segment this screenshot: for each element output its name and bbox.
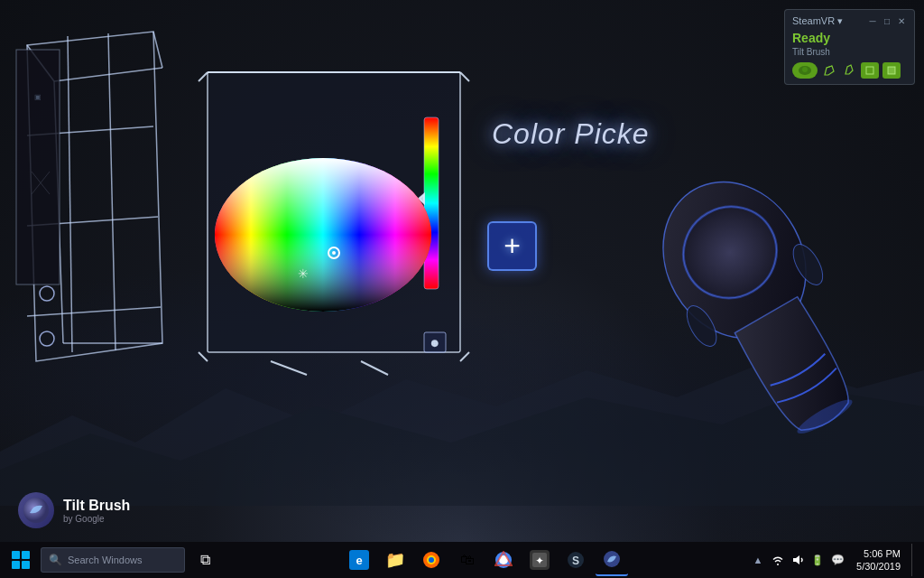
- tray-network-icon[interactable]: [770, 552, 786, 568]
- taskbar-clock[interactable]: 5:06 PM 5/30/2019: [849, 547, 908, 573]
- tilt-brush-logo: Tilt Brush by Google: [18, 492, 130, 528]
- svg-text:✦: ✦: [535, 555, 544, 567]
- taskbar: 🔍 Search Windows ⧉ e 📁 🛍: [0, 542, 924, 578]
- tray-battery-icon[interactable]: 🔋: [809, 552, 826, 568]
- steamvr-device-icons: [792, 62, 907, 79]
- steamvr-pencil2-icon[interactable]: [841, 62, 857, 79]
- tray-volume-icon[interactable]: [790, 552, 806, 568]
- taskbar-app-store[interactable]: 🛍: [451, 544, 484, 576]
- steamvr-minimize-button[interactable]: ─: [867, 16, 878, 27]
- steamvr-window-controls: ─ □ ✕: [867, 16, 907, 27]
- tilt-brush-by: by Google: [63, 514, 130, 524]
- svg-line-16: [271, 361, 307, 375]
- tray-icon-1[interactable]: ▲: [750, 552, 766, 568]
- app6-icon: ✦: [530, 550, 550, 570]
- steamvr-close-button[interactable]: ✕: [896, 16, 907, 27]
- svg-text:✳: ✳: [298, 266, 309, 281]
- svg-line-17: [361, 361, 388, 375]
- tiltbrush-taskbar-icon: [602, 549, 622, 569]
- tilt-brush-name: Tilt Brush: [63, 498, 130, 514]
- steamvr-square1-button[interactable]: [861, 62, 879, 79]
- steamvr-controller-icon[interactable]: [792, 62, 818, 79]
- svg-line-37: [827, 66, 832, 68]
- svg-text:S: S: [572, 555, 579, 567]
- tilt-brush-icon: [18, 492, 54, 528]
- system-tray: ▲ 🔋 💬 5:06 PM 5/30/2019: [750, 544, 924, 576]
- svg-line-2: [54, 68, 162, 81]
- svg-line-7: [27, 307, 161, 316]
- search-box[interactable]: 🔍 Search Windows: [41, 547, 185, 573]
- edge-icon: e: [349, 550, 369, 570]
- color-add-button[interactable]: +: [487, 221, 537, 271]
- start-icon: [12, 551, 30, 569]
- steamvr-app-name: Tilt Brush: [792, 47, 907, 57]
- tilt-brush-text-block: Tilt Brush by Google: [63, 498, 130, 524]
- taskbar-app-app6[interactable]: ✦: [523, 544, 556, 576]
- firefox-icon: [421, 550, 441, 570]
- color-picker-label: Color Picke: [492, 117, 650, 151]
- taskbar-app-chrome[interactable]: [487, 544, 520, 576]
- taskbar-app-firefox[interactable]: [415, 544, 448, 576]
- steamvr-overlay: SteamVR ▾ ─ □ ✕ Ready Tilt Brush: [784, 9, 915, 85]
- task-view-button[interactable]: ⧉: [189, 544, 221, 576]
- taskbar-app-explorer[interactable]: 📁: [379, 544, 411, 576]
- taskbar-apps: e 📁 🛍: [221, 544, 750, 576]
- steamvr-title: SteamVR ▾: [792, 15, 843, 27]
- taskbar-app-steam[interactable]: S: [559, 544, 592, 576]
- svg-text:⊕: ⊕: [431, 339, 439, 348]
- steam-icon: S: [566, 550, 586, 570]
- taskbar-app-tiltbrush[interactable]: [596, 544, 628, 576]
- steamvr-square2-button[interactable]: [882, 62, 901, 79]
- svg-rect-38: [866, 67, 873, 74]
- color-picker-panel: ⊕: [180, 54, 523, 397]
- steamvr-title-bar: SteamVR ▾ ─ □ ✕: [792, 15, 907, 27]
- tray-action-center[interactable]: 💬: [829, 552, 845, 568]
- taskbar-time: 5:06 PM: [856, 547, 901, 560]
- search-icon: 🔍: [49, 554, 62, 566]
- svg-rect-20: [424, 117, 439, 289]
- steamvr-pencil1-icon[interactable]: [821, 62, 837, 79]
- wireframe-left-panel: ▣: [9, 27, 171, 424]
- taskbar-date: 5/30/2019: [856, 560, 901, 573]
- svg-point-10: [40, 286, 54, 301]
- svg-rect-39: [888, 67, 895, 74]
- svg-line-8: [68, 36, 72, 352]
- svg-point-42: [429, 557, 434, 563]
- task-view-icon: ⧉: [200, 552, 210, 568]
- svg-rect-12: [16, 50, 60, 284]
- file-explorer-icon: 📁: [385, 550, 405, 570]
- search-input: Search Windows: [68, 555, 143, 565]
- svg-point-36: [802, 67, 808, 72]
- svg-point-11: [40, 331, 54, 346]
- vr-viewport: ▣ ⊕: [0, 0, 924, 542]
- svg-line-9: [108, 33, 116, 350]
- start-button[interactable]: [0, 542, 41, 578]
- svg-point-24: [215, 158, 431, 312]
- show-desktop-button[interactable]: [911, 544, 917, 576]
- store-icon: 🛍: [457, 550, 477, 570]
- taskbar-app-edge[interactable]: e: [343, 544, 375, 576]
- steamvr-status: Ready: [792, 31, 907, 45]
- steamvr-maximize-button[interactable]: □: [882, 16, 892, 27]
- svg-text:▣: ▣: [34, 93, 42, 101]
- svg-point-26: [332, 251, 336, 255]
- chrome-icon: [494, 550, 513, 570]
